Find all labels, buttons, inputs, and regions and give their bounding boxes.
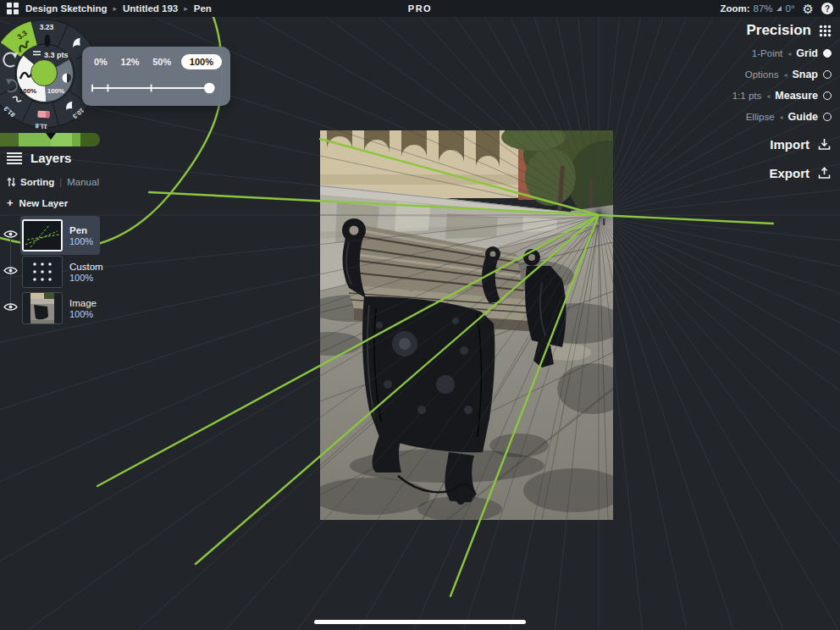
export-icon bbox=[817, 166, 832, 180]
top-bar: Design Sketching ▸ Untitled 193 ▸ Pen PR… bbox=[0, 0, 840, 17]
layer-opacity: 100% bbox=[69, 273, 103, 283]
chevron-right-icon: ▸ bbox=[184, 4, 188, 13]
home-indicator[interactable] bbox=[314, 620, 526, 624]
blend-opacity: 100% bbox=[47, 87, 64, 95]
precision-title: Precision bbox=[746, 22, 811, 39]
pressure-nib-icon bbox=[45, 35, 51, 47]
chevron-left-icon: ◂ bbox=[766, 92, 770, 100]
layer-thumbnail-image bbox=[22, 292, 63, 324]
breadcrumb-gallery[interactable]: Design Sketching bbox=[25, 3, 108, 14]
photo-bench bbox=[320, 130, 613, 520]
import-button[interactable]: Import bbox=[770, 137, 832, 152]
layer-row-image[interactable]: Image 100% bbox=[20, 289, 98, 328]
apps-icon[interactable] bbox=[7, 3, 19, 14]
precision-row-snap[interactable]: Options ◂ Snap bbox=[745, 68, 832, 81]
opacity-option-0[interactable]: 0% bbox=[91, 54, 111, 69]
pro-badge[interactable]: PRO bbox=[408, 3, 432, 14]
zoom-readout[interactable]: Zoom: 87% 0° bbox=[720, 3, 794, 14]
layers-title: Layers bbox=[30, 151, 71, 165]
precision-row-guide[interactable]: Ellipse ◂ Guide bbox=[746, 110, 832, 124]
chevron-left-icon: ◂ bbox=[783, 71, 787, 79]
import-label: Import bbox=[770, 137, 810, 152]
precision-tool-label[interactable]: Guide bbox=[788, 111, 818, 123]
divider: | bbox=[59, 177, 62, 187]
opacity-option-100-selected[interactable]: 100% bbox=[181, 54, 222, 69]
opacity-popup: 0% 12% 50% 100% bbox=[82, 47, 230, 106]
measure-toggle[interactable] bbox=[823, 91, 832, 100]
layer-visibility-eye-icon[interactable] bbox=[3, 266, 18, 275]
precision-mode[interactable]: 1-Point bbox=[752, 48, 782, 58]
eraser-icon[interactable] bbox=[37, 111, 49, 118]
svg-text:3.3 pts: 3.3 pts bbox=[44, 51, 69, 59]
sorting-control[interactable]: Sorting | Manual bbox=[7, 177, 99, 187]
breadcrumb: Design Sketching ▸ Untitled 193 ▸ Pen bbox=[25, 3, 212, 14]
export-label: Export bbox=[769, 166, 810, 180]
chevron-left-icon: ◂ bbox=[780, 113, 783, 121]
layer-thumbnail-pen bbox=[22, 219, 63, 251]
precision-mode[interactable]: Options bbox=[745, 69, 779, 80]
precision-mode[interactable]: 1:1 pts bbox=[732, 91, 762, 101]
precision-panel: Precision 1-Point ◂ Grid Options ◂ Snap … bbox=[732, 22, 832, 180]
precision-tool-label[interactable]: Measure bbox=[775, 90, 818, 102]
chevron-right-icon: ▸ bbox=[113, 4, 118, 13]
sorting-label: Sorting bbox=[20, 177, 54, 187]
new-layer-button[interactable]: + New Layer bbox=[7, 196, 68, 209]
layer-name: Custom bbox=[69, 262, 103, 272]
layer-opacity: 100% bbox=[69, 236, 93, 246]
layer-opacity: 100% bbox=[69, 309, 97, 319]
layer-name: Image bbox=[69, 298, 97, 308]
slider-knob[interactable] bbox=[204, 83, 215, 94]
gear-icon[interactable]: ⚙ bbox=[803, 3, 814, 15]
opacity-slider[interactable] bbox=[91, 82, 216, 94]
layers-header[interactable]: Layers bbox=[7, 151, 71, 165]
breadcrumb-document[interactable]: Untitled 193 bbox=[123, 3, 178, 14]
precision-row-measure[interactable]: 1:1 pts ◂ Measure bbox=[732, 89, 832, 102]
app-window: Design Sketching ▸ Untitled 193 ▸ Pen PR… bbox=[0, 0, 840, 630]
new-layer-label: New Layer bbox=[19, 198, 69, 208]
menu-icon[interactable] bbox=[7, 152, 22, 164]
plus-icon: + bbox=[7, 196, 14, 209]
pressure-value: 3.23 bbox=[40, 23, 54, 31]
grid-toggle[interactable] bbox=[823, 49, 832, 58]
brush-opacity: 100% bbox=[19, 87, 36, 95]
layer-thumbnail-custom bbox=[22, 256, 63, 288]
opacity-option-12[interactable]: 12% bbox=[118, 54, 143, 69]
tool-size-11[interactable]: 11.8 bbox=[35, 122, 47, 130]
layer-row-pen[interactable]: Pen 100% bbox=[20, 216, 100, 255]
sorting-mode: Manual bbox=[67, 177, 99, 187]
help-icon[interactable]: ? bbox=[821, 3, 833, 14]
precision-tool-label[interactable]: Grid bbox=[796, 47, 818, 59]
grid-dots-icon[interactable] bbox=[819, 25, 832, 37]
dot-grid-icon bbox=[31, 261, 53, 283]
layer-visibility-eye-icon[interactable] bbox=[3, 229, 18, 239]
chevron-left-icon: ◂ bbox=[788, 50, 791, 58]
import-icon bbox=[817, 137, 832, 152]
export-button[interactable]: Export bbox=[769, 166, 832, 180]
precision-tool-label[interactable]: Snap bbox=[792, 69, 818, 80]
breadcrumb-tool[interactable]: Pen bbox=[194, 3, 212, 14]
guide-toggle[interactable] bbox=[823, 113, 832, 121]
opacity-option-50[interactable]: 50% bbox=[149, 54, 174, 69]
layer-name: Pen bbox=[69, 225, 93, 235]
angle-icon bbox=[776, 6, 782, 11]
snap-toggle[interactable] bbox=[823, 70, 832, 79]
contrast-icon bbox=[63, 74, 72, 83]
precision-row-grid[interactable]: 1-Point ◂ Grid bbox=[752, 47, 832, 60]
zoom-value: 87% bbox=[754, 3, 773, 14]
color-marker-icon bbox=[46, 133, 56, 140]
precision-header[interactable]: Precision bbox=[746, 22, 832, 39]
active-color-puck[interactable] bbox=[31, 60, 58, 86]
layer-row-custom[interactable]: Custom 100% bbox=[20, 252, 98, 291]
precision-mode[interactable]: Ellipse bbox=[746, 112, 775, 122]
zoom-label: Zoom: bbox=[720, 3, 749, 14]
layer-visibility-eye-icon[interactable] bbox=[3, 302, 18, 312]
angle-value: 0° bbox=[786, 3, 795, 14]
sort-icon bbox=[7, 177, 15, 187]
